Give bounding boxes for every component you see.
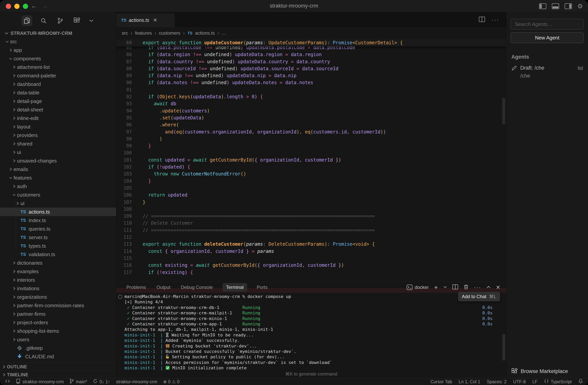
tree-folder-components[interactable]: components	[0, 54, 116, 63]
maximize-panel-icon[interactable]	[486, 285, 490, 289]
chevron-right-icon	[11, 159, 17, 163]
statusbar-item[interactable]: Cursor Tab	[430, 379, 452, 385]
breadcrumb-segment[interactable]: src	[122, 30, 128, 36]
statusbar-item-remote[interactable]	[5, 379, 10, 385]
outline-section[interactable]: OUTLINE	[0, 363, 116, 371]
tree-folder-shared[interactable]: shared	[0, 140, 116, 148]
tree-folder-auth[interactable]: auth	[0, 182, 116, 191]
statusbar-item[interactable]: Spaces: 2	[487, 379, 506, 385]
breadcrumb-segment[interactable]: features	[135, 30, 152, 36]
editor-scrollbar[interactable]	[502, 98, 505, 124]
command-decoration-icon[interactable]	[118, 295, 122, 299]
tree-folder-examples[interactable]: examples	[0, 267, 116, 276]
statusbar-item[interactable]: straktur-mroomy-crm	[116, 379, 157, 385]
tree-folder-detail-page[interactable]: detail-page	[0, 97, 116, 105]
tree-file-index-ts[interactable]: TSindex.ts	[0, 216, 116, 225]
tab-actions-ts[interactable]: TS actions.ts ✕	[116, 13, 175, 27]
terminal-dropdown-icon[interactable]	[443, 285, 447, 289]
tree-folder-ui[interactable]: ui	[0, 148, 116, 157]
tree-folder-dictionaries[interactable]: dictionaries	[0, 259, 116, 267]
breadcrumb-segment[interactable]: customers	[159, 30, 180, 36]
tree-folder-attachment-list[interactable]: attachment-list	[0, 63, 116, 71]
toggle-left-sidebar-icon[interactable]	[539, 3, 546, 9]
tree-folder-users[interactable]: users	[0, 335, 116, 344]
statusbar-item[interactable]: UTF-8	[513, 379, 526, 385]
close-panel-icon[interactable]: ✕	[496, 284, 500, 291]
new-agent-button[interactable]: New Agent	[511, 32, 584, 43]
tab-output[interactable]: Output	[156, 283, 171, 292]
toggle-bottom-panel-icon[interactable]	[552, 3, 559, 9]
search-icon[interactable]	[38, 15, 49, 26]
terminal-profile[interactable]: docker	[407, 284, 429, 290]
source-control-icon[interactable]	[55, 15, 66, 26]
tree-file--gitkeep[interactable]: .gitkeep	[0, 344, 116, 352]
terminal-output[interactable]: marcin@MacBook-Air-Marcin straktur-mroom…	[116, 294, 506, 371]
tree-file-queries-ts[interactable]: TSqueries.ts	[0, 225, 116, 233]
tree-folder-hooks[interactable]: hooks	[0, 361, 116, 363]
tree-file-server-ts[interactable]: TSserver.ts	[0, 233, 116, 242]
chevron-down-icon[interactable]	[88, 15, 95, 26]
kill-terminal-icon[interactable]	[463, 284, 469, 290]
terminal-scrollbar[interactable]	[502, 334, 505, 361]
statusbar-item[interactable]: ⊗ 0 ⚠ 0	[163, 379, 180, 385]
extensions-icon[interactable]	[71, 15, 82, 26]
settings-gear-icon[interactable]: ⚙	[577, 2, 583, 10]
tree-folder-dashboard[interactable]: dashboard	[0, 80, 116, 88]
breadcrumb[interactable]: src›features›customers›TSactions.ts›...	[116, 27, 506, 39]
files-icon[interactable]	[21, 15, 32, 26]
tree-folder-interiors[interactable]: interiors	[0, 276, 116, 284]
tree-folder-customers[interactable]: customers	[0, 191, 116, 199]
search-agents-input[interactable]: Search Agents...	[511, 19, 584, 30]
tree-file-claude-md[interactable]: CLAUDE.md	[0, 352, 116, 361]
tree-folder-layout[interactable]: layout	[0, 122, 116, 131]
panel-more-icon[interactable]: ···	[474, 284, 481, 290]
statusbar-item-braces[interactable]: TypeScript	[544, 379, 572, 385]
tree-folder-emails[interactable]: emails	[0, 165, 116, 174]
tree-folder-shopping-list-items[interactable]: shopping-list-items	[0, 327, 116, 335]
tree-folder-inline-edit[interactable]: inline-edit	[0, 114, 116, 122]
statusbar-item[interactable]: Ln 1, Col 1	[459, 379, 480, 385]
split-editor-icon[interactable]	[479, 17, 485, 23]
tab-ports[interactable]: Ports	[256, 283, 269, 292]
tree-folder-detail-sheet[interactable]: detail-sheet	[0, 105, 116, 114]
statusbar-item-sync[interactable]: 0↓ 1↑	[93, 379, 110, 385]
tree-folder-unsaved-changes[interactable]: unsaved-changes	[0, 157, 116, 165]
code-editor[interactable]: 69export async function updateCustomer(p…	[116, 39, 506, 282]
tab-debug-console[interactable]: Debug Console	[180, 283, 213, 292]
tree-folder-organizations[interactable]: organizations	[0, 293, 116, 301]
tree-folder-ui[interactable]: ui	[0, 199, 116, 208]
tree-folder-project-orders[interactable]: project-orders	[0, 318, 116, 327]
split-terminal-icon[interactable]	[452, 284, 458, 290]
tree-folder-src[interactable]: src	[0, 37, 116, 46]
tree-folder-data-table[interactable]: data-table	[0, 88, 116, 97]
tree-file-types-ts[interactable]: TStypes.ts	[0, 242, 116, 250]
tree-folder-command-palette[interactable]: command-palette	[0, 71, 116, 80]
tree-folder-partner-firms[interactable]: partner-firms	[0, 310, 116, 318]
breadcrumb-symbol[interactable]: ...	[222, 30, 226, 36]
browse-marketplace-button[interactable]: Browse Marketplace	[511, 368, 568, 374]
tree-folder-app[interactable]: app	[0, 46, 116, 54]
statusbar-item-repo[interactable]: straktur-mroomy-crm	[16, 379, 64, 385]
tree-folder-providers[interactable]: providers	[0, 131, 116, 140]
add-to-chat-button[interactable]: Add to Chat ⌘L	[458, 292, 500, 301]
new-terminal-icon[interactable]: +	[434, 284, 438, 291]
tree-folder-invitations[interactable]: invitations	[0, 284, 116, 293]
tree-folder-features[interactable]: features	[0, 174, 116, 182]
breadcrumb-file[interactable]: actions.ts	[195, 30, 215, 36]
tab-terminal[interactable]: Terminal	[223, 283, 247, 292]
agent-list-item[interactable]: Draft: /che 6d /che	[511, 65, 584, 79]
close-tab-icon[interactable]: ✕	[153, 17, 157, 23]
chevron-right-icon	[11, 125, 17, 129]
statusbar-item-bell[interactable]	[578, 379, 583, 385]
terminal-profile-label: docker	[415, 284, 429, 290]
toggle-right-sidebar-icon[interactable]	[565, 3, 572, 9]
timeline-section[interactable]: TIMELINE	[0, 371, 116, 379]
explorer-root-row[interactable]: STRAKTUR-MROOMY-CRM	[0, 29, 116, 37]
tree-folder-partner-firm-commission-rates[interactable]: partner-firm-commission-rates	[0, 301, 116, 310]
more-actions-icon[interactable]: ···	[492, 17, 499, 23]
tree-file-actions-ts[interactable]: TSactions.ts	[0, 208, 116, 216]
tree-file-validation-ts[interactable]: TSvalidation.ts	[0, 250, 116, 259]
statusbar-item-branch[interactable]: main*	[69, 379, 87, 385]
tab-problems[interactable]: Problems	[126, 283, 147, 292]
statusbar-item[interactable]: LF	[532, 379, 538, 385]
